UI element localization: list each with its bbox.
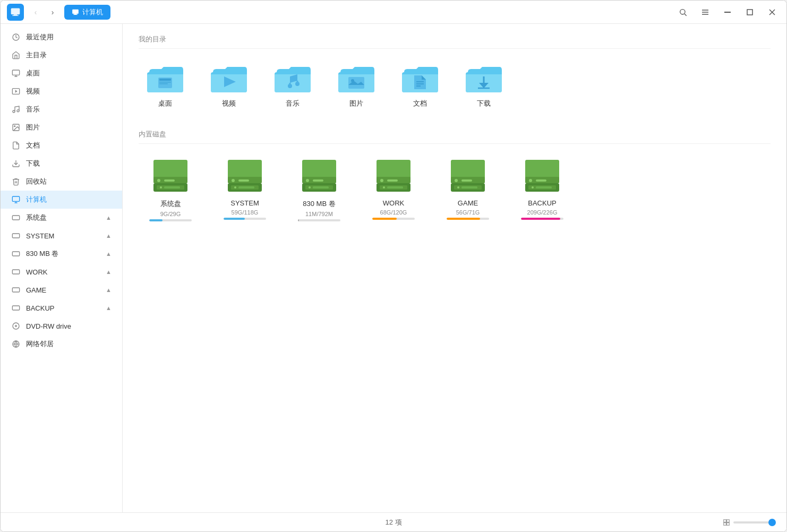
folder-item-video[interactable]: 视频 xyxy=(202,57,255,114)
sidebar-label-backup: BACKUP xyxy=(26,304,54,312)
folder-item-music[interactable]: 音乐 xyxy=(266,57,319,114)
disk-progress-fill-system xyxy=(224,218,245,220)
folder-grid: 桌面 视频 xyxy=(139,57,771,114)
folder-icon-downloads xyxy=(465,63,502,95)
folder-item-downloads[interactable]: 下载 xyxy=(457,57,510,114)
disk-label-work: WORK xyxy=(383,199,404,207)
disk-item-work[interactable]: WORK 68G/120G xyxy=(362,152,425,227)
svg-point-72 xyxy=(234,186,236,188)
disk-progress-game xyxy=(447,218,489,220)
eject-icon: ▲ xyxy=(106,214,112,221)
sidebar-item-downloads[interactable]: 下载 xyxy=(1,155,122,173)
svg-rect-34 xyxy=(12,288,19,292)
computer-icon xyxy=(11,195,21,204)
zoom-out-icon xyxy=(723,519,730,526)
sidebar-item-game[interactable]: GAME ▲ xyxy=(1,281,122,299)
sidebar-item-documents[interactable]: 文档 xyxy=(1,136,122,155)
breadcrumb-tab[interactable]: 计算机 xyxy=(64,5,110,20)
svg-rect-32 xyxy=(12,252,19,256)
folder-item-pictures[interactable]: 图片 xyxy=(330,57,383,114)
home-icon xyxy=(11,50,21,60)
svg-point-24 xyxy=(14,126,15,127)
sidebar-item-dvd[interactable]: DVD-RW drive xyxy=(1,317,122,335)
disk-label-backup: BACKUP xyxy=(528,199,556,207)
sidebar-item-pictures[interactable]: 图片 xyxy=(1,118,122,136)
disk-item-systemdisk[interactable]: 系统盘 9G/29G xyxy=(139,152,202,227)
svg-rect-89 xyxy=(387,186,403,188)
disk-item-game[interactable]: GAME 56G/71G xyxy=(436,152,500,227)
svg-marker-20 xyxy=(15,90,18,92)
sidebar-item-computer[interactable]: 计算机 xyxy=(1,191,122,209)
item-count: 12 项 xyxy=(385,518,401,527)
sidebar-label-network: 网络邻居 xyxy=(26,339,54,349)
nav-buttons: ‹ › xyxy=(28,5,60,20)
sidebar-label-desktop: 桌面 xyxy=(26,68,40,78)
nav-forward-button[interactable]: › xyxy=(45,5,60,20)
disk-item-backup[interactable]: BACKUP 209G/226G xyxy=(510,152,574,227)
sidebar-item-system[interactable]: SYSTEM ▲ xyxy=(1,227,122,245)
nav-back-button[interactable]: ‹ xyxy=(28,5,43,20)
titlebar-actions xyxy=(675,4,780,20)
download-icon xyxy=(11,159,21,168)
svg-rect-77 xyxy=(313,179,323,182)
svg-rect-85 xyxy=(387,179,398,182)
svg-point-22 xyxy=(17,110,19,112)
maximize-button[interactable] xyxy=(742,4,758,20)
clock-icon xyxy=(11,32,21,42)
svg-rect-41 xyxy=(159,79,171,81)
menu-button[interactable] xyxy=(697,4,713,20)
sidebar-item-work[interactable]: WORK ▲ xyxy=(1,263,122,281)
dvd-icon xyxy=(11,321,21,331)
titlebar: ‹ › 计算机 xyxy=(1,1,786,24)
zoom-slider[interactable] xyxy=(733,521,776,524)
minimize-button[interactable] xyxy=(720,4,735,20)
svg-point-88 xyxy=(383,186,385,188)
svg-point-47 xyxy=(288,84,292,88)
svg-rect-3 xyxy=(72,9,79,13)
music-icon xyxy=(11,105,21,114)
close-button[interactable] xyxy=(764,4,780,20)
svg-rect-16 xyxy=(12,70,19,75)
svg-point-36 xyxy=(13,323,19,329)
svg-rect-1 xyxy=(14,14,18,15)
sidebar-item-systemdisk[interactable]: 系统盘 ▲ xyxy=(1,209,122,227)
svg-point-64 xyxy=(160,186,162,188)
sidebar-item-830mb[interactable]: 830 MB 卷 ▲ xyxy=(1,245,122,263)
disk-progress-work xyxy=(372,218,415,220)
disk-progress-backup xyxy=(521,218,563,220)
disk-icon-830mb xyxy=(11,249,21,259)
sidebar-item-home[interactable]: 主目录 xyxy=(1,46,122,64)
sidebar-item-backup[interactable]: BACKUP ▲ xyxy=(1,299,122,317)
svg-rect-11 xyxy=(724,12,731,13)
disk-icon-backup xyxy=(11,303,21,313)
disk-progress-systemdisk xyxy=(149,219,192,221)
internal-disk-section: 内置磁盘 xyxy=(139,130,771,144)
disk-usage-830mb: 11M/792M xyxy=(305,211,333,217)
sidebar-item-recent[interactable]: 最近使用 xyxy=(1,28,122,46)
svg-rect-33 xyxy=(12,270,19,274)
disk-item-system[interactable]: SYSTEM 59G/118G xyxy=(213,152,277,227)
disk-label-830mb: 830 MB 卷 xyxy=(303,199,335,209)
sidebar-item-video[interactable]: 视频 xyxy=(1,82,122,100)
sidebar-item-trash[interactable]: 回收站 xyxy=(1,173,122,191)
folder-item-documents[interactable]: 文档 xyxy=(393,57,447,114)
disk-icon-game xyxy=(11,285,21,295)
svg-rect-12 xyxy=(747,10,752,15)
document-icon xyxy=(11,141,21,150)
sidebar-item-network[interactable]: 网络邻居 xyxy=(1,335,122,353)
app-icon xyxy=(7,4,24,21)
disk-item-830mb[interactable]: 830 MB 卷 11M/792M xyxy=(287,152,351,227)
zoom-thumb[interactable] xyxy=(768,519,776,526)
folder-label-music: 音乐 xyxy=(286,99,300,108)
sidebar-label-pictures: 图片 xyxy=(26,123,40,132)
svg-point-68 xyxy=(232,179,235,182)
image-icon xyxy=(11,123,21,132)
sidebar-item-music[interactable]: 音乐 xyxy=(1,100,122,118)
folder-item-desktop[interactable]: 桌面 xyxy=(139,57,192,114)
eject-icon-game: ▲ xyxy=(106,287,112,293)
sidebar-label-downloads: 下载 xyxy=(26,159,40,168)
sidebar-item-desktop[interactable]: 桌面 xyxy=(1,64,122,82)
search-button[interactable] xyxy=(675,4,691,20)
svg-point-92 xyxy=(455,179,458,182)
folder-icon-music xyxy=(274,63,311,95)
